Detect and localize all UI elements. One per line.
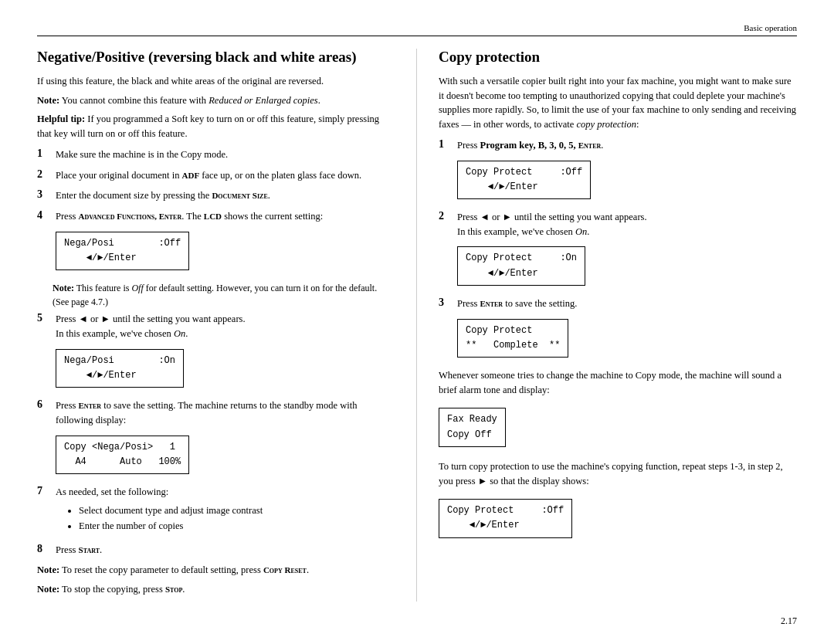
header-label: Basic operation	[744, 23, 797, 32]
step-7-bullets: Select document type and adjust image co…	[79, 503, 395, 534]
step-7-num: 7	[37, 485, 53, 497]
note2: Note: To reset the copy parameter to def…	[37, 563, 395, 578]
step-5-text: Press ◄ or ► until the setting you want …	[56, 312, 395, 341]
note-step4-text: This feature is Off for default setting.…	[53, 283, 377, 307]
step-3-num: 3	[37, 188, 53, 201]
step-7: 7 As needed, set the following: Select d…	[37, 485, 395, 537]
lcd-2-line2: ◄/►/Enter	[64, 368, 175, 383]
right-step-1-num: 1	[439, 138, 454, 151]
right-lcd-fax-line2: Copy Off	[447, 428, 497, 442]
lcd-1-line1: Nega/Posi :Off	[64, 236, 181, 251]
page-number: 2.17	[37, 615, 797, 627]
lcd-box-1: Nega/Posi :Off ◄/►/Enter	[56, 232, 189, 270]
lcd-3-line1: Copy <Nega/Posi> 1	[64, 440, 181, 455]
right-lcd-fax: Fax Ready Copy Off	[439, 408, 506, 446]
right-title: Copy protection	[439, 49, 797, 66]
right-step-1-text: Press Program key, B, 3, 0, 5, Enter.	[457, 138, 797, 153]
bullet-2: Enter the number of copies	[79, 518, 395, 534]
left-intro: If using this feature, the black and whi…	[37, 74, 395, 89]
note2-label: Note:	[37, 564, 59, 575]
right-lcd-1: Copy Protect :Off ◄/►/Enter	[457, 161, 591, 199]
step-1-content: Make sure the machine is in the Copy mod…	[56, 147, 395, 162]
lcd-box-3: Copy <Nega/Posi> 1 A4 Auto 100%	[56, 436, 189, 474]
right-step-2-num: 2	[439, 210, 454, 222]
step-1-text: Make sure the machine is in the Copy mod…	[56, 149, 228, 160]
step-4-content: Press Advanced Functions, Enter. The LCD…	[56, 209, 395, 275]
step-4-text: Press Advanced Functions, Enter. The LCD…	[56, 209, 395, 224]
note1-label: Note:	[37, 95, 59, 106]
right-step-2-text: Press ◄ or ► until the setting you want …	[457, 210, 797, 239]
step-2: 2 Place your original document in ADF fa…	[37, 168, 395, 183]
note1-text: You cannot combine this feature with Red…	[62, 95, 320, 106]
note2-text: To reset the copy parameter to default s…	[62, 564, 309, 575]
right-lcd-2: Copy Protect :On ◄/►/Enter	[457, 246, 585, 285]
step-2-content: Place your original document in ADF face…	[56, 168, 395, 183]
left-column: Negative/Positive (reversing black and w…	[37, 49, 417, 602]
right-lcd-final-line2: ◄/►/Enter	[447, 518, 564, 533]
step-4-num: 4	[37, 209, 53, 222]
helpful-tip-label: Helpful tip:	[37, 114, 85, 124]
step-5: 5 Press ◄ or ► until the setting you wan…	[37, 312, 395, 392]
bullet-1: Select document type and adjust image co…	[79, 503, 395, 518]
note-step4: Note: This feature is Off for default se…	[53, 281, 395, 309]
right-step-2-content: Press ◄ or ► until the setting you want …	[457, 210, 797, 290]
right-step-1-content: Press Program key, B, 3, 0, 5, Enter. Co…	[457, 138, 797, 204]
right-lcd-fax-line1: Fax Ready	[447, 412, 497, 427]
right-step-3-num: 3	[439, 297, 454, 309]
lcd-1-line2: ◄/►/Enter	[64, 251, 181, 266]
note3-label: Note:	[37, 584, 59, 595]
right-lcd-2-line1: Copy Protect :On	[466, 251, 577, 266]
right-para1: Whenever someone tries to change the mac…	[439, 368, 797, 398]
step-1: 1 Make sure the machine is in the Copy m…	[37, 147, 395, 162]
helpful-tip: Helpful tip: If you programmed a Soft ke…	[37, 112, 395, 141]
step-7-content: As needed, set the following: Select doc…	[56, 485, 395, 537]
step-6-text: Press Enter to save the setting. The mac…	[56, 398, 395, 428]
right-lcd-3-line1: Copy Protect	[466, 324, 560, 338]
right-step-2: 2 Press ◄ or ► until the setting you wan…	[439, 210, 797, 290]
step-1-num: 1	[37, 147, 53, 160]
right-step-3-content: Press Enter to save the setting. Copy Pr…	[457, 297, 797, 362]
right-para2: To turn copy protection to use the machi…	[439, 459, 797, 489]
step-7-text: As needed, set the following:	[56, 485, 395, 500]
right-intro: With such a versatile copier built right…	[439, 74, 797, 132]
step-3-content: Enter the document size by pressing the …	[56, 188, 395, 203]
note-step4-label: Note:	[53, 283, 74, 293]
page: Basic operation Negative/Positive (rever…	[0, 0, 834, 644]
helpful-tip-text: If you programmed a Soft key to turn on …	[37, 114, 379, 139]
step-2-num: 2	[37, 168, 53, 181]
right-lcd-1-line1: Copy Protect :Off	[466, 165, 582, 180]
note1: Note: You cannot combine this feature wi…	[37, 93, 395, 108]
step-8-text: Press Start.	[56, 544, 102, 555]
right-lcd-1-line2: ◄/►/Enter	[466, 180, 582, 195]
step-5-content: Press ◄ or ► until the setting you want …	[56, 312, 395, 392]
step-8-content: Press Start.	[56, 543, 395, 558]
right-lcd-final-line1: Copy Protect :Off	[447, 503, 564, 518]
step-8-num: 8	[37, 543, 53, 555]
right-lcd-2-line2: ◄/►/Enter	[466, 266, 577, 281]
lcd-2-line1: Nega/Posi :On	[64, 354, 175, 368]
note3-text: To stop the copying, press Stop.	[62, 584, 185, 595]
right-lcd-final: Copy Protect :Off ◄/►/Enter	[439, 499, 572, 537]
step-2-text: Place your original document in ADF face…	[56, 170, 361, 181]
step-8: 8 Press Start.	[37, 543, 395, 558]
step-5-num: 5	[37, 312, 53, 324]
step-4: 4 Press Advanced Functions, Enter. The L…	[37, 209, 395, 275]
right-steps: 1 Press Program key, B, 3, 0, 5, Enter. …	[439, 138, 797, 362]
right-column: Copy protection With such a versatile co…	[417, 49, 797, 602]
right-step-1: 1 Press Program key, B, 3, 0, 5, Enter. …	[439, 138, 797, 204]
right-step-3: 3 Press Enter to save the setting. Copy …	[439, 297, 797, 362]
lcd-3-line2: A4 Auto 100%	[64, 455, 181, 469]
step-6-content: Press Enter to save the setting. The mac…	[56, 398, 395, 479]
right-lcd-3-line2: ** Complete **	[466, 338, 560, 353]
left-title: Negative/Positive (reversing black and w…	[37, 49, 395, 66]
columns: Negative/Positive (reversing black and w…	[37, 49, 797, 602]
step-6: 6 Press Enter to save the setting. The m…	[37, 398, 395, 479]
lcd-box-2: Nega/Posi :On ◄/►/Enter	[56, 349, 184, 388]
step-3: 3 Enter the document size by pressing th…	[37, 188, 395, 203]
note3: Note: To stop the copying, press Stop.	[37, 582, 395, 597]
right-lcd-3: Copy Protect ** Complete **	[457, 319, 568, 358]
step-3-text: Enter the document size by pressing the …	[56, 190, 270, 201]
header: Basic operation	[37, 23, 797, 36]
step-6-num: 6	[37, 398, 53, 411]
left-steps: 1 Make sure the machine is in the Copy m…	[37, 147, 395, 558]
